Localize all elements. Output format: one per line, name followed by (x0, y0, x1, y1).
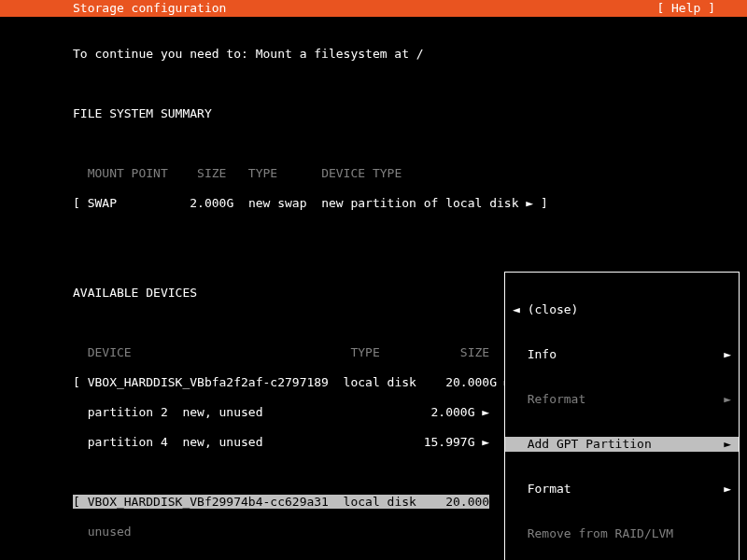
chevron-right-icon: ► (724, 347, 731, 362)
chevron-right-icon: ► (526, 196, 533, 210)
section-fs-summary: FILE SYSTEM SUMMARY (73, 106, 747, 121)
help-button[interactable]: [ Help ] (656, 0, 747, 17)
chevron-right-icon: ► (724, 392, 731, 407)
fs-header-row: MOUNT POINT SIZE TYPE DEVICE TYPE (73, 166, 747, 181)
menu-add-gpt-partition[interactable]: Add GPT Partition► (505, 437, 739, 452)
instruction-text: To continue you need to: Mount a filesys… (73, 47, 747, 62)
chevron-right-icon: ► (724, 437, 731, 452)
menu-reformat: Reformat► (505, 392, 739, 407)
menu-remove-raid-lvm: Remove from RAID/LVM (505, 526, 739, 541)
context-menu: ◄ (close) Info► Reformat► Add GPT Partit… (504, 272, 740, 560)
menu-format[interactable]: Format► (505, 482, 739, 497)
chevron-right-icon: ► (724, 482, 731, 497)
chevron-right-icon: ► (482, 435, 489, 449)
fs-row-swap[interactable]: [ SWAP 2.000G new swap new partition of … (73, 196, 747, 211)
menu-info[interactable]: Info► (505, 347, 739, 362)
chevron-right-icon: ► (482, 405, 489, 419)
menu-close[interactable]: ◄ (close) (505, 302, 739, 317)
chevron-left-icon: ◄ (513, 302, 520, 316)
header-bar: Storage configuration [ Help ] (0, 0, 747, 17)
page-title: Storage configuration (0, 0, 226, 17)
